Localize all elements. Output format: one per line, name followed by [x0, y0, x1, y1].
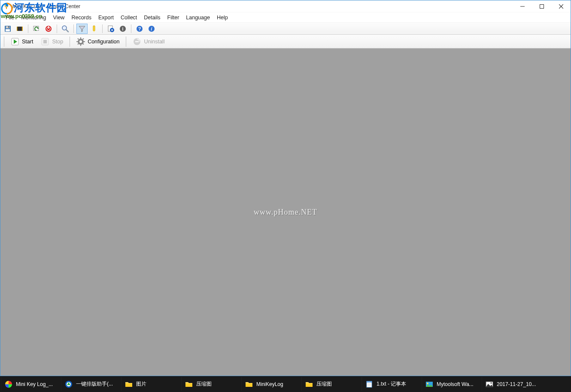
taskbar-label: 压缩图 — [316, 380, 332, 388]
taskbar-label: 2017-11-27_10... — [497, 381, 536, 387]
svg-rect-41 — [83, 41, 85, 42]
toolbar-separator — [70, 36, 70, 47]
svg-text:?: ? — [138, 26, 141, 31]
stop-label: Stop — [52, 39, 63, 45]
menu-filter[interactable]: Filter — [164, 13, 183, 22]
funnel-icon[interactable] — [76, 24, 88, 34]
start-button[interactable]: Start — [8, 36, 36, 47]
title-bar: Mini Key Log - Control Center — [0, 0, 571, 12]
stop-button[interactable]: Stop — [38, 36, 66, 47]
menu-view[interactable]: View — [50, 13, 68, 22]
taskbar-item[interactable]: 2017-11-27_10... — [482, 377, 542, 391]
configuration-label: Configuration — [88, 39, 119, 45]
notepad-icon — [365, 380, 373, 388]
action-toolbar: Start Stop Configuration Uninstall — [0, 35, 571, 49]
taskbar-label: 一键排版助手(... — [76, 380, 113, 388]
taskbar-item[interactable]: 1.txt - 记事本 — [361, 377, 422, 391]
folder-icon — [125, 380, 133, 388]
svg-point-37 — [79, 40, 82, 43]
menu-help[interactable]: Help — [213, 13, 231, 22]
details-icon[interactable]: i — [117, 24, 128, 34]
play-icon — [11, 37, 19, 46]
taskbar-label: Mytoolsoft Wa... — [437, 381, 474, 387]
taskbar-label: 压缩图 — [196, 380, 212, 388]
svg-rect-40 — [76, 41, 78, 42]
taskbar-label: 1.txt - 记事本 — [377, 380, 406, 388]
taskbar-label: MiniKeyLog — [256, 381, 283, 387]
about-icon[interactable]: i — [146, 24, 157, 34]
taskbar-item[interactable]: Mytoolsoft Wa... — [422, 377, 482, 391]
menu-bar: File Monitoring View Records Export Coll… — [0, 12, 571, 23]
stop-icon — [41, 37, 49, 46]
menu-language[interactable]: Language — [182, 13, 213, 22]
film-icon[interactable] — [14, 24, 25, 34]
app-icon — [3, 3, 10, 10]
minimize-button[interactable] — [513, 0, 532, 12]
svg-rect-42 — [77, 38, 79, 40]
save-icon[interactable] — [2, 24, 13, 34]
uninstall-button[interactable]: Uninstall — [130, 36, 167, 47]
svg-rect-9 — [6, 29, 10, 31]
zoom-icon[interactable] — [60, 24, 71, 34]
highlighter-icon[interactable] — [88, 24, 100, 34]
menu-export[interactable]: Export — [95, 13, 117, 22]
svg-rect-14 — [22, 27, 23, 31]
content-watermark: www.pHome.NET — [254, 208, 317, 217]
menu-collect[interactable]: Collect — [117, 13, 140, 22]
menu-file[interactable]: File — [2, 13, 18, 22]
taskbar-label: Mini Key Log_... — [16, 381, 53, 387]
svg-rect-24 — [93, 26, 95, 31]
folder-icon — [185, 380, 193, 388]
svg-point-57 — [491, 382, 492, 383]
svg-point-2 — [5, 4, 8, 7]
svg-rect-39 — [80, 44, 81, 46]
svg-rect-38 — [80, 37, 81, 39]
configuration-button[interactable]: Configuration — [73, 36, 122, 47]
taskbar-item[interactable]: 一键排版助手(... — [61, 377, 121, 391]
svg-rect-12 — [17, 27, 23, 31]
toolbar-separator — [57, 24, 57, 33]
svg-rect-35 — [43, 40, 47, 43]
taskbar: Mini Key Log_... 一键排版助手(... 图片 压缩图 MiniK… — [0, 376, 571, 392]
window-title: Mini Key Log - Control Center — [12, 3, 513, 9]
app-window: Mini Key Log - Control Center File Monit… — [0, 0, 571, 376]
menu-records[interactable]: Records — [68, 13, 95, 22]
close-button[interactable] — [551, 0, 571, 12]
svg-rect-44 — [82, 38, 84, 40]
maximize-button[interactable] — [532, 0, 551, 12]
toolbar-separator — [4, 36, 4, 47]
taskbar-item[interactable]: 图片 — [121, 377, 181, 391]
svg-rect-3 — [6, 7, 7, 9]
svg-rect-17 — [17, 30, 18, 30]
uninstall-label: Uninstall — [144, 39, 164, 45]
svg-rect-15 — [17, 27, 18, 27]
color-circle-icon — [5, 380, 12, 388]
svg-rect-51 — [367, 381, 372, 383]
folder-icon — [305, 380, 313, 388]
svg-text:i: i — [122, 27, 124, 31]
svg-rect-5 — [540, 4, 544, 8]
menu-monitoring[interactable]: Monitoring — [18, 13, 49, 22]
menu-details[interactable]: Details — [140, 13, 164, 22]
power-icon[interactable] — [43, 24, 54, 34]
image-app-icon — [425, 380, 433, 388]
toolbar-separator — [73, 24, 74, 33]
start-label: Start — [22, 39, 33, 45]
svg-text:i: i — [151, 27, 152, 31]
svg-rect-11 — [8, 26, 9, 28]
taskbar-item[interactable]: Mini Key Log_... — [1, 377, 61, 391]
svg-point-55 — [427, 383, 428, 384]
toolbar-separator — [102, 24, 103, 33]
content-area: www.pHome.NET — [0, 49, 571, 376]
document-arrow-icon[interactable] — [105, 24, 116, 34]
icon-toolbar: i ? i — [0, 23, 571, 35]
help-icon[interactable]: ? — [134, 24, 145, 34]
svg-rect-16 — [17, 28, 18, 29]
taskbar-label: 图片 — [136, 380, 146, 388]
refresh-icon[interactable] — [31, 24, 42, 34]
photo-icon — [486, 380, 493, 388]
taskbar-item[interactable]: MiniKeyLog — [241, 377, 301, 391]
toolbar-separator — [126, 36, 126, 47]
taskbar-item[interactable]: 压缩图 — [181, 377, 241, 391]
taskbar-item[interactable]: 压缩图 — [301, 377, 361, 391]
